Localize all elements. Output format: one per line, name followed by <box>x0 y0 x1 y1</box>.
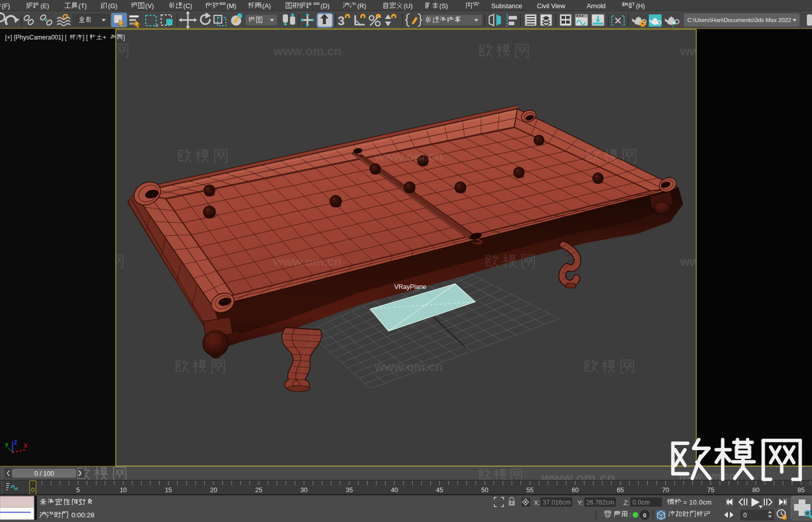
svg-text:70: 70 <box>662 487 669 494</box>
svg-text:www.om.cn: www.om.cn <box>273 44 341 58</box>
svg-text:37.016cm: 37.016cm <box>543 499 571 506</box>
svg-text:] [: ] [ <box>83 34 88 41</box>
svg-text:(G): (G) <box>108 3 118 10</box>
svg-text:55: 55 <box>527 487 534 494</box>
svg-text:Z:: Z: <box>624 499 630 507</box>
svg-text:50: 50 <box>481 487 489 494</box>
svg-text:(U): (U) <box>404 3 413 10</box>
svg-text:= 10.0cm: = 10.0cm <box>683 499 712 506</box>
svg-text:(T): (T) <box>79 3 87 10</box>
svg-text:(S): (S) <box>439 3 448 10</box>
svg-text:Y:: Y: <box>577 499 584 507</box>
svg-text:20: 20 <box>210 487 217 494</box>
svg-text:X: X <box>24 442 28 449</box>
svg-text:40: 40 <box>391 487 398 494</box>
svg-text:80: 80 <box>752 487 760 494</box>
svg-text:(R): (R) <box>357 3 366 10</box>
svg-text:45: 45 <box>436 487 443 494</box>
svg-text:25: 25 <box>255 487 262 494</box>
svg-text:(H): (H) <box>636 3 645 10</box>
svg-text:VRayPlane: VRayPlane <box>394 283 427 291</box>
svg-text:[+] [PhysCamera001] [: [+] [PhysCamera001] [ <box>5 34 67 41</box>
svg-text:30: 30 <box>300 487 307 494</box>
svg-text:]: ] <box>123 34 125 41</box>
svg-text:www.om.cn: www.om.cn <box>374 149 442 163</box>
svg-text:Arnold: Arnold <box>587 2 606 10</box>
svg-text:Z: Z <box>14 439 17 446</box>
svg-text:y: y <box>5 441 9 447</box>
svg-text:65: 65 <box>617 487 624 494</box>
svg-text:0.0cm: 0.0cm <box>632 499 650 506</box>
svg-text:(A): (A) <box>262 3 271 10</box>
svg-text:5: 5 <box>76 487 80 494</box>
svg-text:15: 15 <box>165 487 172 494</box>
svg-text:(D): (D) <box>321 3 330 10</box>
svg-text:10: 10 <box>120 487 127 494</box>
svg-text:(E): (E) <box>41 3 49 10</box>
svg-text:35: 35 <box>345 487 353 494</box>
svg-text:85: 85 <box>798 487 805 494</box>
svg-text:(M): (M) <box>227 3 237 10</box>
svg-text:0: 0 <box>643 512 646 518</box>
svg-text:0: 0 <box>31 487 35 494</box>
svg-text:26.782cm: 26.782cm <box>586 499 614 506</box>
svg-text:X:: X: <box>534 499 540 507</box>
svg-text:C:\Users\Han\Documents\3ds Max: C:\Users\Han\Documents\3ds Max 2022 <box>687 17 791 23</box>
svg-text:(C): (C) <box>183 3 192 10</box>
svg-text:www.om.cn: www.om.cn <box>273 255 341 268</box>
svg-text:Substance: Substance <box>491 2 522 10</box>
svg-text:www.om.cn: www.om.cn <box>374 360 442 374</box>
svg-text:3: 3 <box>338 14 344 28</box>
svg-text:75: 75 <box>707 487 714 494</box>
svg-text:(F): (F) <box>2 3 10 10</box>
svg-text:0:00:28: 0:00:28 <box>71 511 94 519</box>
svg-text:0: 0 <box>743 512 747 519</box>
svg-text:+: + <box>103 34 106 41</box>
svg-text::: : <box>629 511 631 518</box>
svg-text:0 / 100: 0 / 100 <box>34 470 54 477</box>
svg-text:(V): (V) <box>145 3 154 10</box>
svg-text:Civil View: Civil View <box>537 2 566 10</box>
svg-text:60: 60 <box>572 487 579 494</box>
